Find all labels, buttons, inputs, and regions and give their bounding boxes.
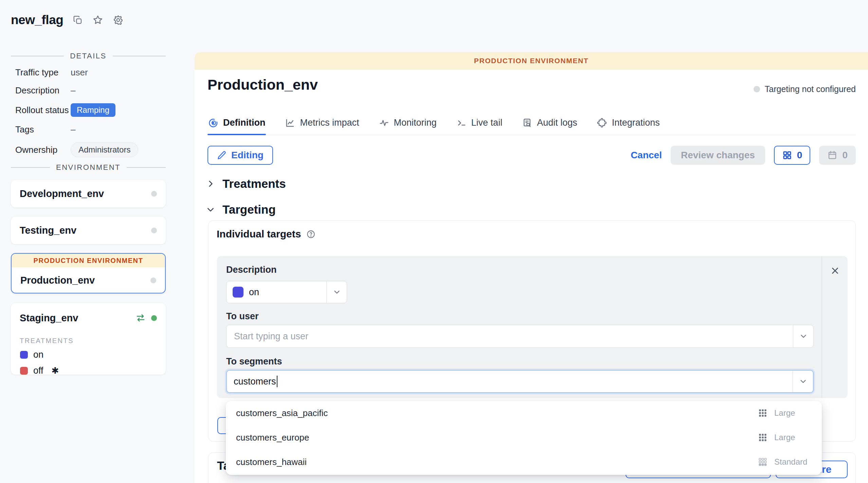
sidebar: new_flag DETAILS Traffic type user Descr… xyxy=(0,0,195,483)
star-icon[interactable] xyxy=(92,15,103,25)
segment-option-hawaii[interactable]: customers_hawaii Standard xyxy=(226,450,822,474)
treatment-select-value: on xyxy=(249,287,259,298)
segments-dropdown: customers_asia_pacific Large customers_e… xyxy=(226,401,822,475)
description-value: – xyxy=(71,85,165,96)
grid-dots-standard-icon xyxy=(757,457,768,467)
treatments-section-toggle[interactable]: Treatments xyxy=(206,177,286,191)
status-dot-gray xyxy=(151,228,157,233)
segment-size: Large xyxy=(774,433,812,442)
ownership-badge[interactable]: Administrators xyxy=(71,142,138,157)
details-section-header: DETAILS xyxy=(11,52,166,60)
chevron-down-icon[interactable] xyxy=(793,371,813,392)
treatment-select[interactable]: on xyxy=(226,281,347,303)
chevron-down-icon xyxy=(326,281,347,303)
segment-name: customers_asia_pacific xyxy=(236,408,328,418)
to-user-input[interactable] xyxy=(227,325,793,347)
schedule-counter-button[interactable]: 0 xyxy=(819,146,856,165)
toolbar: Editing Cancel Review changes 0 0 xyxy=(207,146,856,165)
tab-definition[interactable]: Definition xyxy=(207,115,266,135)
targeting-status-text: Targeting not configured xyxy=(765,84,856,94)
chevron-down-icon xyxy=(206,205,215,214)
rollout-status-badge[interactable]: Ramping xyxy=(71,103,115,117)
to-segments-label: To segments xyxy=(226,356,282,367)
calendar-icon xyxy=(827,150,837,160)
production-environment-banner: PRODUCTION ENVIRONMENT xyxy=(12,254,165,267)
live-tail-icon xyxy=(456,118,467,128)
gear-icon[interactable] xyxy=(113,15,124,25)
copy-icon[interactable] xyxy=(73,15,83,25)
sync-arrows-icon xyxy=(135,313,146,323)
audit-logs-icon xyxy=(522,118,532,128)
tags-label: Tags xyxy=(15,124,71,135)
cancel-button[interactable]: Cancel xyxy=(631,150,662,161)
tab-monitoring[interactable]: Monitoring xyxy=(378,115,437,135)
tab-label: Metrics impact xyxy=(300,118,359,128)
divider xyxy=(11,56,64,56)
env-item-testing[interactable]: Testing_env xyxy=(11,217,166,244)
treatment-off-label: off xyxy=(33,365,43,376)
tab-label: Definition xyxy=(223,118,265,128)
treatment-off-row: off ✱ xyxy=(20,365,166,376)
env-name: Testing_env xyxy=(20,225,76,236)
tab-audit-logs[interactable]: Audit logs xyxy=(521,115,578,135)
treatments-heading: TREATMENTS xyxy=(20,337,166,345)
remove-target-column xyxy=(821,256,848,398)
status-dot-gray xyxy=(754,86,760,92)
env-name: Production_env xyxy=(20,275,95,286)
help-icon[interactable] xyxy=(306,230,315,239)
tags-value: – xyxy=(71,124,165,135)
default-treatment-icon: ✱ xyxy=(52,365,59,376)
targeting-status: Targeting not configured xyxy=(754,84,856,94)
tab-metrics-impact[interactable]: Metrics impact xyxy=(284,115,360,135)
to-user-label: To user xyxy=(226,311,259,322)
grid-icon xyxy=(782,150,792,160)
divider xyxy=(11,167,50,168)
treatment-on-row: on xyxy=(20,350,166,360)
ownership-label: Ownership xyxy=(15,145,71,155)
individual-targets-heading: Individual targets xyxy=(217,228,301,240)
segment-option-europe[interactable]: customers_europe Large xyxy=(226,425,822,450)
individual-target-row: Description on To user To segments custo… xyxy=(217,256,848,398)
text-caret xyxy=(277,376,277,387)
treatments-section-title: Treatments xyxy=(222,177,286,191)
segment-size: Standard xyxy=(774,457,812,467)
production-environment-banner-main: PRODUCTION ENVIRONMENT xyxy=(195,52,868,70)
status-dot-green xyxy=(151,315,157,321)
segment-name: customers_hawaii xyxy=(236,457,307,467)
segment-option-asia-pacific[interactable]: customers_asia_pacific Large xyxy=(226,401,822,425)
targeting-section-toggle[interactable]: Targeting xyxy=(206,203,276,216)
treatment-on-swatch xyxy=(233,287,243,298)
monitoring-icon xyxy=(379,118,389,128)
divider xyxy=(127,167,166,168)
close-icon[interactable] xyxy=(830,266,840,398)
segment-size: Large xyxy=(774,408,812,418)
to-segments-value: customers xyxy=(234,376,276,387)
treatment-on-swatch xyxy=(20,351,28,359)
environment-section-header: ENVIRONMENT xyxy=(11,163,166,172)
tab-label: Integrations xyxy=(612,118,660,128)
details-heading: DETAILS xyxy=(70,52,107,60)
status-dot-gray xyxy=(150,278,156,283)
chevron-right-icon xyxy=(206,179,215,188)
grid-dots-icon xyxy=(757,408,768,418)
divider xyxy=(113,56,166,56)
env-item-staging[interactable]: Staging_env TREATMENTS on off ✱ xyxy=(11,303,166,375)
env-name: Staging_env xyxy=(20,312,78,324)
review-changes-button[interactable]: Review changes xyxy=(671,146,765,165)
env-item-development[interactable]: Development_env xyxy=(11,180,166,208)
tab-integrations[interactable]: Integrations xyxy=(596,115,661,135)
to-segments-field[interactable]: customers xyxy=(226,370,814,393)
grid-dots-icon xyxy=(757,432,768,443)
segment-name: customers_europe xyxy=(236,432,309,443)
chevron-down-icon[interactable] xyxy=(793,325,813,347)
rules-counter-button[interactable]: 0 xyxy=(774,146,811,165)
env-item-production[interactable]: PRODUCTION ENVIRONMENT Production_env xyxy=(11,253,166,293)
tab-bar: Definition Metrics impact Monitoring Liv… xyxy=(207,115,856,135)
targeting-section-title: Targeting xyxy=(222,203,276,216)
traffic-type-label: Traffic type xyxy=(15,67,71,78)
integrations-icon xyxy=(597,118,607,128)
tab-live-tail[interactable]: Live tail xyxy=(456,115,503,135)
editing-button[interactable]: Editing xyxy=(207,146,273,165)
details-rows: Traffic type user Description – Rollout … xyxy=(15,67,165,157)
pencil-icon xyxy=(217,150,227,160)
